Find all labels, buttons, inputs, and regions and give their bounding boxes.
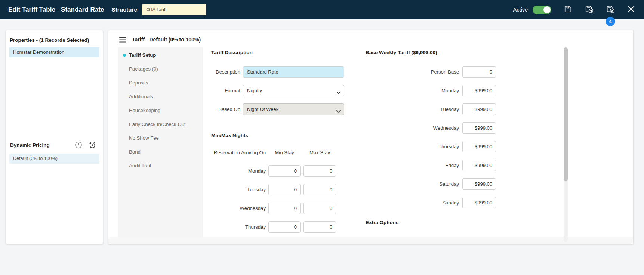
nav-item[interactable]: Deposits xyxy=(118,76,203,90)
tariff-description-heading: Tariff Description xyxy=(211,49,344,56)
tariff-panel-header: Tariff - Default (0% to 100%) xyxy=(119,37,201,43)
save-next-button[interactable] xyxy=(584,5,594,15)
nav-item[interactable]: No Show Fee xyxy=(118,131,203,145)
min-max-rows: Monday Tuesday Wednesday Thur xyxy=(211,165,344,233)
base-weekly-tariff-heading: Base Weekly Tariff ($6,993.00) xyxy=(366,49,502,56)
based-on-select[interactable]: Night Of Week xyxy=(243,103,344,115)
format-select[interactable]: Nightly xyxy=(243,85,344,96)
tariff-title: Tariff - Default (0% to 100%) xyxy=(132,37,201,43)
tariff-amount-input[interactable] xyxy=(462,122,496,134)
toggle-knob xyxy=(543,6,551,13)
dynamic-pricing-item[interactable]: Default (0% to 100%) xyxy=(9,154,99,164)
col-header-day: Reservation Arriving On xyxy=(211,150,266,155)
save-icon xyxy=(563,4,573,15)
active-toggle[interactable] xyxy=(533,6,551,14)
property-list-item[interactable]: Homstar Demonstration xyxy=(9,47,99,57)
description-row: Description xyxy=(211,66,344,78)
gauge-icon[interactable] xyxy=(75,141,82,149)
save-close-button[interactable]: 4 xyxy=(606,5,615,15)
base-weekly-tariff-section: Base Weekly Tariff ($6,993.00) Person Ba… xyxy=(366,49,502,226)
max-stay-input[interactable] xyxy=(303,221,336,233)
nav-item-label: Deposits xyxy=(129,80,148,86)
title-bar: Edit Tariff Table - Standard Rate Struct… xyxy=(0,0,644,19)
min-stay-input[interactable] xyxy=(268,221,301,233)
based-on-row: Based On Night Of Week xyxy=(211,103,344,115)
nav-item[interactable]: Packages (0) xyxy=(118,62,203,76)
nav-item-label: No Show Fee xyxy=(129,135,159,141)
save-close-icon xyxy=(606,4,616,16)
description-input[interactable] xyxy=(243,66,344,78)
badge-count: 4 xyxy=(606,17,615,26)
save-button[interactable] xyxy=(563,5,573,15)
tariff-day-label: Wednesday xyxy=(366,125,459,131)
tariff-amount-input[interactable] xyxy=(462,66,496,78)
tariff-day-label: Person Base xyxy=(366,69,459,75)
nav-item[interactable]: Housekeeping xyxy=(118,103,203,117)
based-on-select-value: Night Of Week xyxy=(247,106,278,112)
nav-item-label: Bond xyxy=(129,149,141,155)
nav-item-label: Tariff Setup xyxy=(129,52,156,58)
nav-item[interactable]: Bond xyxy=(118,145,203,159)
alarm-clock-icon[interactable] xyxy=(89,141,96,149)
based-on-label: Based On xyxy=(211,106,240,112)
page-title: Edit Tariff Table - Standard Rate xyxy=(8,6,104,13)
dynamic-pricing-section: Dynamic Pricing xyxy=(9,141,99,164)
save-next-icon xyxy=(584,4,594,16)
tariff-panel: Tariff - Default (0% to 100%) Tariff Set… xyxy=(108,30,633,244)
min-stay-input[interactable] xyxy=(268,203,301,214)
format-select-value: Nightly xyxy=(247,88,262,93)
tariff-nav: Tariff Setup Packages (0) Deposits Addit… xyxy=(118,47,203,237)
min-max-row: Thursday xyxy=(211,221,344,233)
base-weekly-rows: Person Base Monday Tuesday Wednesday xyxy=(366,66,502,208)
base-weekly-row: Saturday xyxy=(366,178,502,190)
tariff-amount-input[interactable] xyxy=(462,178,496,190)
base-weekly-row: Monday xyxy=(366,85,502,96)
scrollbar-thumb[interactable] xyxy=(564,47,568,181)
header-actions: Active xyxy=(513,5,636,15)
tariff-setup-form: Tariff Description Description Format Ni… xyxy=(211,49,344,233)
chevron-down-icon xyxy=(336,108,341,114)
menu-icon[interactable] xyxy=(119,37,126,43)
col-header-max-stay: Max Stay xyxy=(303,150,336,155)
nav-item-label: Early Check In/Check Out xyxy=(129,121,186,127)
nav-item-label: Additionals xyxy=(129,94,153,99)
dynamic-pricing-title: Dynamic Pricing xyxy=(9,142,75,148)
format-label: Format xyxy=(211,88,240,93)
nav-item[interactable]: Tariff Setup xyxy=(118,48,203,62)
active-label: Active xyxy=(513,7,528,13)
vertical-scrollbar[interactable] xyxy=(564,47,568,242)
nav-item-label: Housekeeping xyxy=(129,108,160,113)
properties-title: Properties - (1 Records Selected) xyxy=(6,30,103,47)
dynamic-pricing-actions xyxy=(75,141,99,149)
base-weekly-row: Friday xyxy=(366,160,502,171)
min-max-column-headers: Reservation Arriving On Min Stay Max Sta… xyxy=(211,150,344,155)
close-icon xyxy=(628,6,635,14)
max-stay-input[interactable] xyxy=(303,184,336,195)
close-button[interactable] xyxy=(626,5,636,15)
tariff-day-label: Friday xyxy=(366,163,459,168)
nav-item[interactable]: Early Check In/Check Out xyxy=(118,117,203,131)
dynamic-pricing-list: Default (0% to 100%) xyxy=(9,154,99,164)
nav-item-label: Packages (0) xyxy=(129,66,158,72)
structure-input[interactable] xyxy=(142,4,206,15)
tariff-amount-input[interactable] xyxy=(462,197,496,208)
structure-label: Structure xyxy=(111,6,137,13)
min-stay-input[interactable] xyxy=(268,184,301,195)
base-weekly-row: Tuesday xyxy=(366,103,502,115)
base-weekly-row: Wednesday xyxy=(366,122,502,134)
nav-item[interactable]: Audit Trail xyxy=(118,159,203,173)
nav-item[interactable]: Additionals xyxy=(118,90,203,103)
min-max-row: Monday xyxy=(211,165,344,177)
max-stay-input[interactable] xyxy=(303,165,336,177)
extra-options-heading: Extra Options xyxy=(366,219,502,226)
tariff-day-label: Thursday xyxy=(366,144,459,149)
properties-panel: Properties - (1 Records Selected) Homsta… xyxy=(6,30,103,244)
tariff-amount-input[interactable] xyxy=(462,160,496,171)
tariff-amount-input[interactable] xyxy=(462,103,496,115)
tariff-amount-input[interactable] xyxy=(462,141,496,152)
chevron-down-icon xyxy=(336,90,341,95)
tariff-day-label: Sunday xyxy=(366,200,459,206)
max-stay-input[interactable] xyxy=(303,203,336,214)
min-stay-input[interactable] xyxy=(268,165,301,177)
tariff-amount-input[interactable] xyxy=(462,85,496,96)
